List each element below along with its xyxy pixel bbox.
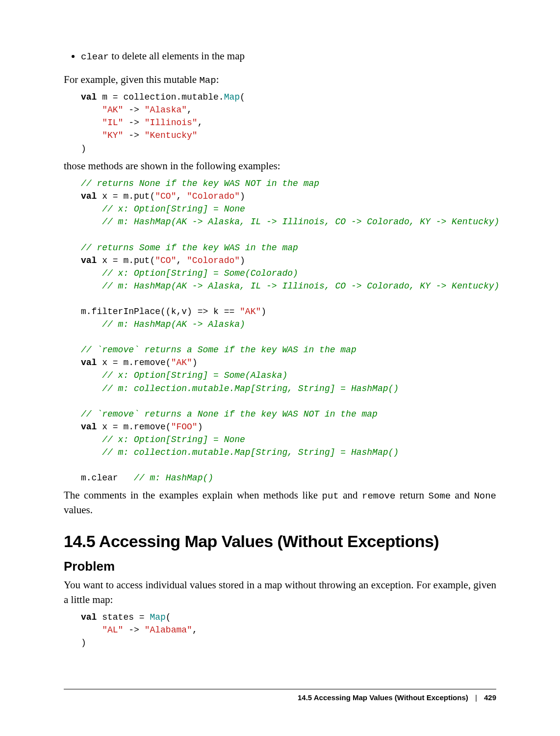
text: return: [395, 489, 428, 501]
inline-code: Map: [199, 75, 216, 86]
code-comment: // x: Option[String] = None: [81, 204, 245, 214]
page-container: clear to delete all elements in the map …: [0, 0, 560, 736]
bullet-item: clear to delete all elements in the map: [81, 49, 496, 64]
footer-separator: |: [475, 693, 477, 702]
code-keyword: val: [81, 612, 97, 622]
paragraph: You want to access individual values sto…: [64, 578, 496, 607]
text: values.: [64, 504, 93, 516]
subsection-heading: Problem: [64, 559, 496, 574]
code-text: (: [240, 92, 245, 102]
text: The comments in the examples explain whe…: [64, 489, 322, 501]
code-comment: // x: Option[String] = Some(Colorado): [81, 268, 298, 278]
code-type: Map: [224, 92, 240, 102]
code-comment: // m: HashMap(AK -> Alaska): [81, 319, 245, 329]
page-footer: 14.5 Accessing Map Values (Without Excep…: [64, 689, 496, 702]
bullet-list: clear to delete all elements in the map: [64, 49, 496, 64]
code-block: val states = Map( "AL" -> "Alabama", ): [81, 611, 496, 649]
code-text: ->: [123, 625, 144, 635]
code-text: ,: [187, 105, 192, 115]
code-comment: // m: collection.mutable.Map[String, Str…: [81, 447, 399, 457]
inline-code: None: [474, 491, 496, 501]
code-text: x = m.put(: [97, 191, 155, 201]
text: For example, given this mutable: [64, 74, 199, 85]
code-comment: // x: Option[String] = None: [81, 435, 245, 445]
code-string: "FOO": [171, 422, 198, 432]
code-text: [81, 105, 102, 115]
page-number: 429: [484, 693, 496, 702]
code-text: m = collection.mutable.: [97, 92, 224, 102]
code-text: ->: [123, 131, 144, 140]
code-comment: // `remove` returns a None if the key WA…: [81, 409, 378, 419]
code-keyword: val: [81, 358, 97, 368]
code-text: (: [166, 612, 171, 622]
code-text: x = m.put(: [97, 256, 155, 265]
paragraph: For example, given this mutable Map:: [64, 73, 496, 87]
code-string: "AK": [240, 307, 261, 316]
code-type: Map: [150, 612, 165, 622]
code-text: ,: [176, 191, 187, 201]
code-text: ,: [192, 625, 198, 635]
code-block: // returns None if the key WAS NOT in th…: [81, 177, 496, 484]
code-text: ): [240, 191, 245, 201]
text: and: [451, 489, 474, 501]
code-string: "AK": [102, 105, 123, 115]
code-text: ->: [123, 105, 144, 115]
inline-code: clear: [81, 52, 109, 62]
code-text: ): [198, 422, 203, 432]
code-text: [81, 118, 102, 128]
code-text: [81, 625, 102, 635]
code-text: ): [81, 638, 86, 648]
code-text: states =: [97, 612, 150, 622]
code-text: ): [192, 358, 198, 368]
code-string: "AK": [171, 358, 192, 368]
text: :: [216, 74, 219, 85]
code-text: ): [240, 256, 245, 265]
code-text: x = m.remove(: [97, 358, 171, 368]
code-text: m.clear: [81, 473, 134, 483]
code-text: ,: [176, 256, 187, 265]
code-string: "IL": [102, 118, 123, 128]
footer-title: 14.5 Accessing Map Values (Without Excep…: [298, 693, 468, 702]
code-string: "CO": [155, 256, 176, 265]
code-text: ): [261, 307, 266, 316]
code-string: "Alaska": [145, 105, 187, 115]
code-string: "CO": [155, 191, 176, 201]
inline-code: remove: [362, 491, 395, 501]
code-string: "AL": [102, 625, 123, 635]
code-string: "Alabama": [145, 625, 192, 635]
code-string: "Colorado": [187, 191, 240, 201]
code-text: m.filterInPlace((k,v) => k ==: [81, 307, 240, 316]
inline-code: put: [322, 491, 338, 501]
code-text: ->: [123, 118, 144, 128]
code-string: "KY": [102, 131, 123, 140]
code-comment: // `remove` returns a Some if the key WA…: [81, 345, 356, 355]
paragraph: those methods are shown in the following…: [64, 159, 496, 173]
code-comment: // m: collection.mutable.Map[String, Str…: [81, 384, 399, 394]
paragraph: The comments in the examples explain whe…: [64, 488, 496, 517]
code-string: "Kentucky": [145, 131, 198, 140]
bullet-text: to delete all elements in the map: [109, 50, 245, 62]
code-keyword: val: [81, 191, 97, 201]
code-comment: // returns Some if the key WAS in the ma…: [81, 243, 298, 253]
code-comment: // x: Option[String] = Some(Alaska): [81, 370, 287, 380]
code-keyword: val: [81, 422, 97, 432]
code-string: "Illinois": [145, 118, 198, 128]
code-comment: // m: HashMap(AK -> Alaska, IL -> Illino…: [81, 217, 499, 227]
code-text: ,: [198, 118, 203, 128]
code-comment: // m: HashMap(AK -> Alaska, IL -> Illino…: [81, 281, 499, 291]
code-keyword: val: [81, 256, 97, 265]
code-text: ): [81, 144, 86, 154]
code-keyword: val: [81, 92, 97, 102]
code-string: "Colorado": [187, 256, 240, 265]
inline-code: Some: [429, 491, 451, 501]
code-comment: // returns None if the key WAS NOT in th…: [81, 179, 319, 188]
text: and: [339, 489, 362, 501]
code-text: x = m.remove(: [97, 422, 171, 432]
section-heading: 14.5 Accessing Map Values (Without Excep…: [64, 532, 496, 551]
code-comment: // m: HashMap(): [134, 473, 213, 483]
code-block: val m = collection.mutable.Map( "AK" -> …: [81, 91, 496, 155]
code-text: [81, 131, 102, 140]
